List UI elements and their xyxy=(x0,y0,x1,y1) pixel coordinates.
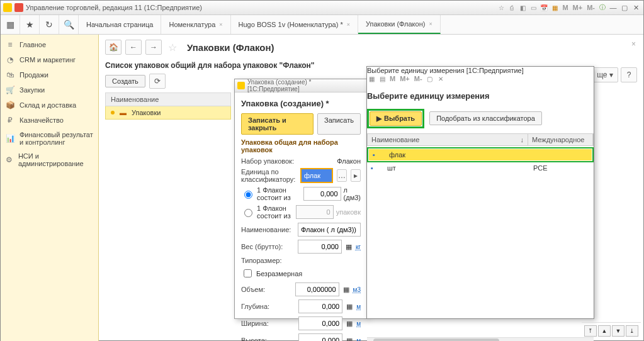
minimize-button[interactable]: — xyxy=(608,3,618,12)
tool-icon[interactable]: ▭ xyxy=(529,3,538,12)
calc-icon[interactable]: ▦ xyxy=(346,320,353,328)
refresh-button[interactable]: ⟳ xyxy=(149,74,166,89)
tool-icon[interactable]: 📅 xyxy=(539,3,548,12)
close-icon[interactable]: × xyxy=(347,21,350,28)
save-button[interactable]: Записать xyxy=(317,113,361,135)
table-row[interactable]: ▪ шт PCE xyxy=(367,162,594,174)
tool-icon[interactable]: ▤ xyxy=(378,74,387,83)
help-icon[interactable]: ⓘ xyxy=(598,3,607,12)
calc-icon[interactable]: ▦ xyxy=(346,243,352,251)
close-icon[interactable]: × xyxy=(219,21,222,28)
open-icon[interactable]: ▸ xyxy=(351,169,361,182)
sidebar-item-main[interactable]: ≡Главное xyxy=(1,37,98,52)
sidebar-item-purchase[interactable]: 🛒Закупки xyxy=(1,82,98,98)
classifier-input[interactable] xyxy=(300,168,333,183)
m-indicator[interactable]: M xyxy=(561,3,569,12)
col-name[interactable]: Наименование ↓ xyxy=(368,134,528,145)
list-row[interactable]: ▬ Упаковки xyxy=(105,106,231,120)
calc-icon[interactable]: ▦ xyxy=(343,286,349,294)
forward-button[interactable]: → xyxy=(145,40,162,55)
chart-icon: ◔ xyxy=(6,55,14,64)
nav-up-button[interactable]: ▲ xyxy=(598,325,611,337)
history-button[interactable]: ↻ xyxy=(40,15,59,34)
tool-icon[interactable]: ☆ xyxy=(497,3,506,12)
width-field[interactable] xyxy=(298,316,342,330)
dimensionless-checkbox[interactable] xyxy=(244,269,252,277)
titlebar-text: Управление торговлей, редакция 11 (1С:Пр… xyxy=(26,4,202,11)
m-plus[interactable]: M+ xyxy=(572,3,584,12)
list-header[interactable]: Наименование xyxy=(105,92,231,106)
m-plus[interactable]: M+ xyxy=(398,74,411,83)
scrollbar[interactable] xyxy=(367,337,594,341)
cell-intl xyxy=(528,149,592,160)
nav-top-button[interactable]: ⤒ xyxy=(584,325,597,337)
sidebar-item-warehouse[interactable]: 📦Склад и доставка xyxy=(1,98,98,113)
select-button[interactable]: ▶Выбрать xyxy=(370,111,422,126)
pack-input xyxy=(296,205,334,219)
close-icon[interactable]: × xyxy=(429,21,432,27)
select-icon: ▶ xyxy=(376,115,381,123)
window-box-icon[interactable]: ▢ xyxy=(426,74,434,83)
scrollbar-thumb[interactable] xyxy=(373,338,499,341)
radio-pack[interactable] xyxy=(244,209,252,217)
page-title: Упаковки (Флакон) xyxy=(187,42,274,53)
depth-field[interactable] xyxy=(298,299,342,313)
volume-field[interactable] xyxy=(295,282,339,296)
apps-button[interactable]: ▦ xyxy=(1,15,20,34)
pick-classifier-button[interactable]: Подобрать из классификатора xyxy=(429,111,542,125)
name-input[interactable] xyxy=(298,223,361,237)
calc-icon[interactable]: ▦ xyxy=(346,337,353,342)
nav-bottom-button[interactable]: ⤓ xyxy=(626,325,638,337)
create-button[interactable]: Создать xyxy=(105,75,145,87)
tool-icon[interactable]: ▦ xyxy=(367,74,376,83)
app-icon-2 xyxy=(14,3,23,12)
page-close-icon[interactable]: × xyxy=(631,40,636,48)
sidebar-item-nsi[interactable]: ⚙НСИ и администрирование xyxy=(1,149,98,170)
section-label: Упаковка общая для набора упаковок xyxy=(241,138,361,154)
sidebar-item-treasury[interactable]: ₽Казначейство xyxy=(1,113,98,128)
dropdown-icon[interactable]: … xyxy=(337,169,347,182)
height-field[interactable] xyxy=(298,333,342,341)
unit-m[interactable]: м xyxy=(356,320,361,327)
sidebar-item-sales[interactable]: 🛍Продажи xyxy=(1,67,98,82)
select-highlight: ▶Выбрать xyxy=(367,109,424,128)
back-button[interactable]: ← xyxy=(125,40,142,55)
m-minus[interactable]: M- xyxy=(585,3,596,12)
weight-input[interactable] xyxy=(298,240,342,254)
radio-volume[interactable] xyxy=(244,191,252,199)
tab-packaging[interactable]: Упаковки (Флакон)× xyxy=(358,15,441,34)
tab-start[interactable]: Начальная страница xyxy=(79,15,161,34)
close-button[interactable]: ✕ xyxy=(631,3,641,12)
save-close-button[interactable]: Записать и закрыть xyxy=(241,113,314,135)
folder-icon: ▬ xyxy=(120,109,127,116)
tab-hugo-boss[interactable]: Hugo BOSS 1v (Номенклатура) *× xyxy=(231,15,358,34)
unit-m[interactable]: м xyxy=(356,303,361,310)
unit-m[interactable]: м xyxy=(356,337,361,342)
close-icon[interactable]: ✕ xyxy=(436,74,445,83)
col-intl[interactable]: Международное xyxy=(528,134,593,145)
m-minus[interactable]: M- xyxy=(413,74,424,83)
titlebar: Управление торговлей, редакция 11 (1С:Пр… xyxy=(1,1,643,15)
sidebar-item-finance[interactable]: 📊Финансовый результат и контроллинг xyxy=(1,128,98,149)
more-button[interactable]: ще ▾ xyxy=(592,67,618,82)
star-icon[interactable]: ☆ xyxy=(168,42,177,53)
nav-down-button[interactable]: ▼ xyxy=(612,325,624,337)
tool-icon[interactable]: ◧ xyxy=(518,3,527,12)
favorite-button[interactable]: ★ xyxy=(20,15,40,34)
content: × 🏠 ← → ☆ Упаковки (Флакон) Список упако… xyxy=(99,35,643,341)
help-button[interactable]: ? xyxy=(621,67,637,82)
tab-nomenclature[interactable]: Номенклатура× xyxy=(161,15,230,34)
tool-icon[interactable]: ⎙ xyxy=(507,3,516,12)
sidebar-item-crm[interactable]: ◔CRM и маркетинг xyxy=(1,52,98,67)
unit-m3[interactable]: м3 xyxy=(353,286,361,293)
up-button[interactable]: 🏠 xyxy=(105,40,121,55)
maximize-button[interactable]: ▢ xyxy=(619,3,630,12)
value-set: Флакон xyxy=(337,157,361,165)
search-button[interactable]: 🔍 xyxy=(59,15,79,34)
unit-kg[interactable]: кг xyxy=(356,243,361,250)
tool-icon[interactable]: ▦ xyxy=(550,3,559,12)
table-row[interactable]: ▪ флак xyxy=(369,149,592,160)
calc-icon[interactable]: ▦ xyxy=(346,303,353,311)
volume-input[interactable] xyxy=(303,187,341,201)
m-indicator[interactable]: M xyxy=(388,74,397,83)
